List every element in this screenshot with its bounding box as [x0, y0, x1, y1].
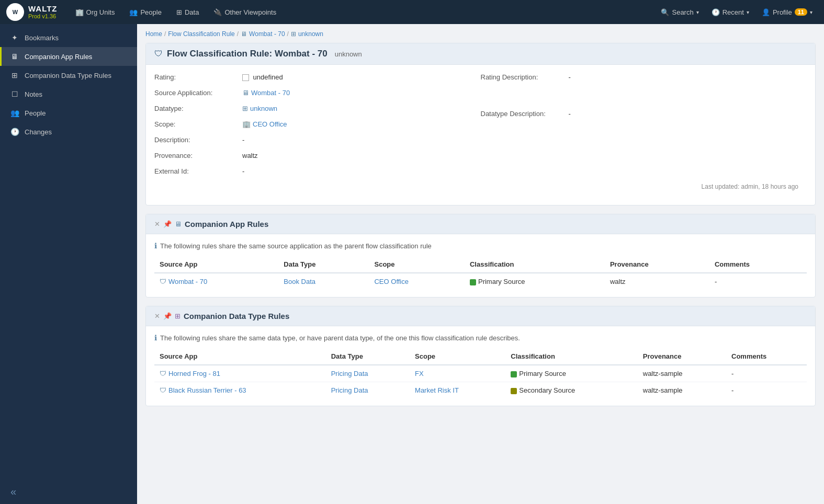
col-comments-2: Comments — [726, 348, 807, 365]
search-icon: 🔍 — [661, 8, 669, 16]
main-layout: ✦ Bookmarks 🖥 Companion App Rules ⊞ Comp… — [0, 24, 824, 504]
datatype-description-field: Datatype Description: - — [481, 110, 807, 121]
nav-other-viewpoints[interactable]: 🔌 Other Viewpoints — [208, 6, 281, 18]
car-scope: CEO Office — [369, 273, 464, 290]
sidebar-collapse: « — [0, 479, 137, 504]
col-classification: Classification — [465, 256, 605, 273]
companion-app-rules-body: ℹ The following rules share the same sou… — [146, 234, 815, 297]
sidebar-item-changes[interactable]: 🕐 Changes — [0, 122, 137, 141]
breadcrumb-home[interactable]: Home — [145, 30, 162, 38]
recent-button[interactable]: 🕐 Recent ▾ — [706, 6, 754, 18]
companion-app-rules-header-row: Source App Data Type Scope Classificatio… — [154, 256, 807, 273]
cdtr-row2-data-type: Pricing Data — [326, 382, 410, 399]
sidebar-item-people[interactable]: 👥 People — [0, 104, 137, 122]
col-data-type-2: Data Type — [326, 348, 410, 365]
shield-icon: 🛡 — [154, 49, 163, 59]
col-provenance-2: Provenance — [638, 348, 726, 365]
cdtr-row1-data-type-link[interactable]: Pricing Data — [331, 370, 404, 377]
breadcrumb-flow-classification-rule[interactable]: Flow Classification Rule — [168, 30, 234, 38]
car-shield-icon: 🛡 — [160, 278, 166, 285]
cdtr-row2-data-type-link[interactable]: Pricing Data — [331, 386, 404, 394]
col-comments: Comments — [709, 256, 807, 273]
cdtr-row1-badge — [511, 371, 517, 377]
companion-data-type-rules-title: Companion Data Type Rules — [184, 312, 289, 320]
companion-app-rules-header: ✕ 📌 🖥 Companion App Rules — [146, 214, 815, 234]
car-scope-link[interactable]: CEO Office — [374, 278, 459, 285]
data-icon: ⊞ — [176, 8, 182, 16]
info-icon: ℹ — [154, 242, 157, 250]
cdtr-row1-scope: FX — [410, 365, 505, 382]
detail-card-body: Rating: undefined Source Application: 🖥 … — [146, 65, 815, 205]
notes-icon: ☐ — [10, 90, 19, 98]
companion-app-rules-card: ✕ 📌 🖥 Companion App Rules ℹ The followin… — [145, 214, 816, 297]
logo-text: WALTZ Prod v1.36 — [28, 5, 58, 20]
rating-checkbox[interactable] — [242, 74, 249, 81]
fields-right: Rating Description: - Datatype Descripti… — [481, 73, 807, 179]
logo[interactable]: W WALTZ Prod v1.36 — [6, 3, 58, 21]
logo-icon: W — [6, 3, 24, 21]
nav-data[interactable]: ⊞ Data — [171, 6, 204, 18]
scope-org-icon: 🏢 — [242, 120, 251, 128]
table-row: 🛡 Black Russian Terrier - 63 Pricing Dat… — [154, 382, 807, 399]
cdtr-row2-source-app-link[interactable]: 🛡 Black Russian Terrier - 63 — [160, 386, 321, 394]
rating-description-field: Rating Description: - — [481, 73, 807, 85]
companion-app-rules-close[interactable]: ✕ — [154, 220, 160, 228]
car-data-type: Book Data — [278, 273, 369, 290]
col-data-type: Data Type — [278, 256, 369, 273]
cdtr-row2-provenance: waltz-sample — [638, 382, 726, 399]
col-provenance: Provenance — [605, 256, 709, 273]
car-provenance: waltz — [605, 273, 709, 290]
cdtr-row2-badge — [511, 388, 517, 394]
rating-field: Rating: undefined — [154, 73, 481, 85]
col-source-app: Source App — [154, 256, 278, 273]
people-icon: 👥 — [10, 109, 19, 117]
main-content: Home / Flow Classification Rule / 🖥 Womb… — [137, 24, 824, 504]
recent-icon: 🕐 — [712, 8, 720, 16]
table-row: 🛡 Horned Frog - 81 Pricing Data FX — [154, 365, 807, 382]
sidebar-item-companion-app-rules[interactable]: 🖥 Companion App Rules — [0, 47, 137, 66]
last-updated: Last updated: admin, 18 hours ago — [154, 179, 807, 197]
detail-card-header: 🛡 Flow Classification Rule: Wombat - 70 … — [146, 43, 815, 65]
cdtr-row1-scope-link[interactable]: FX — [415, 370, 500, 377]
cdtr-row2-scope-link[interactable]: Market Risk IT — [415, 386, 500, 394]
classification-badge-green — [470, 279, 476, 285]
cdtr-row1-comments: - — [726, 365, 807, 382]
companion-data-type-rules-body: ℹ The following rules share the same dat… — [146, 326, 815, 406]
fields-left: Rating: undefined Source Application: 🖥 … — [154, 73, 481, 179]
companion-data-type-rules-header-row: Source App Data Type Scope Classificatio… — [154, 348, 807, 365]
companion-data-type-rules-icon: ⊞ — [10, 71, 19, 79]
breadcrumb-grid-icon: ⊞ — [291, 30, 296, 38]
sidebar-item-companion-data-type-rules[interactable]: ⊞ Companion Data Type Rules — [0, 66, 137, 85]
source-application-link[interactable]: 🖥 Wombat - 70 — [242, 89, 290, 97]
breadcrumb-unknown[interactable]: unknown — [298, 30, 323, 38]
description-field: Description: - — [154, 136, 481, 147]
datatype-field: Datatype: ⊞ unknown — [154, 105, 481, 116]
collapse-button[interactable]: « — [10, 486, 16, 498]
nav-people[interactable]: 👥 People — [124, 6, 166, 18]
search-button[interactable]: 🔍 Search ▾ — [656, 6, 704, 18]
cdtr-row2-scope: Market Risk IT — [410, 382, 505, 399]
nav-org-units[interactable]: 🏢 Org Units — [70, 6, 120, 18]
cdtr-row1-provenance: waltz-sample — [638, 365, 726, 382]
cdtr-row1-source-app-link[interactable]: 🛡 Horned Frog - 81 — [160, 370, 321, 377]
companion-data-type-rules-close[interactable]: ✕ — [154, 312, 160, 320]
datatype-link[interactable]: ⊞ unknown — [242, 105, 277, 112]
scope-link[interactable]: 🏢 CEO Office — [242, 120, 287, 128]
sidebar: ✦ Bookmarks 🖥 Companion App Rules ⊞ Comp… — [0, 24, 137, 504]
changes-icon: 🕐 — [10, 128, 19, 136]
profile-button[interactable]: 👤 Profile 11 ▾ — [757, 6, 818, 18]
companion-data-type-rules-header: ✕ 📌 ⊞ Companion Data Type Rules — [146, 306, 815, 326]
car-source-app-link[interactable]: 🛡 Wombat - 70 — [160, 278, 273, 285]
car-source-app: 🛡 Wombat - 70 — [154, 273, 278, 290]
sidebar-item-notes[interactable]: ☐ Notes — [0, 85, 137, 104]
breadcrumb-wombat[interactable]: Wombat - 70 — [249, 30, 285, 38]
sidebar-item-bookmarks[interactable]: ✦ Bookmarks — [0, 28, 137, 47]
companion-app-rules-title: Companion App Rules — [185, 220, 268, 228]
col-scope-2: Scope — [410, 348, 505, 365]
companion-data-type-rules-info: ℹ The following rules share the same dat… — [154, 334, 807, 342]
car-data-type-link[interactable]: Book Data — [284, 278, 364, 285]
companion-app-rules-monitor-icon: 🖥 — [175, 220, 182, 228]
companion-data-type-rules-card: ✕ 📌 ⊞ Companion Data Type Rules ℹ The fo… — [145, 306, 816, 406]
companion-app-rules-icon: 🖥 — [10, 52, 19, 61]
cdtr-row1-classification: Primary Source — [505, 365, 637, 382]
